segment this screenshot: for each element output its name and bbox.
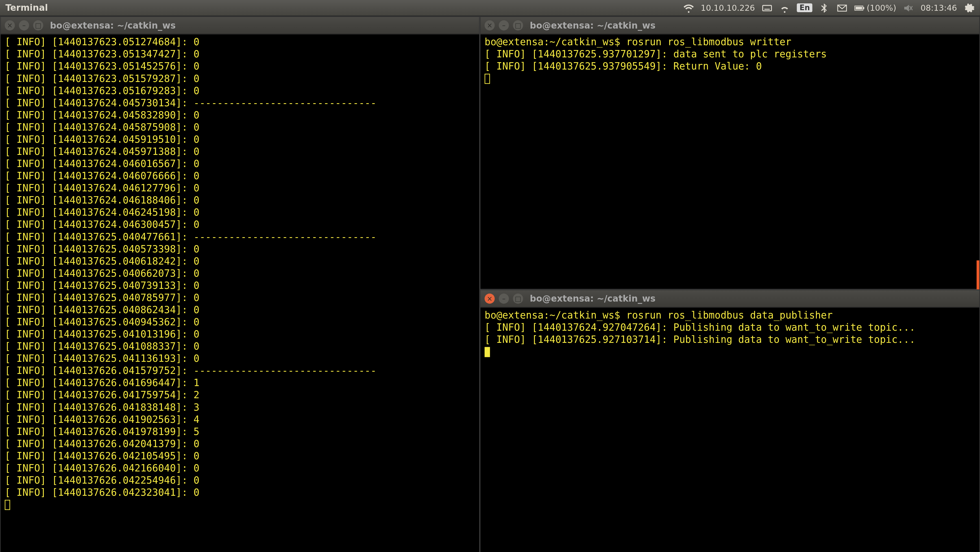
language-indicator[interactable]: En (797, 3, 813, 12)
window-titlebar[interactable]: × – □ bo@extensa: ~/catkin_ws (480, 290, 979, 308)
terminal-window-botright[interactable]: × – □ bo@extensa: ~/catkin_ws bo@extensa… (480, 289, 980, 552)
minimize-icon[interactable]: – (499, 294, 509, 304)
window-title: bo@extensa: ~/catkin_ws (530, 20, 655, 30)
window-title: bo@extensa: ~/catkin_ws (50, 20, 176, 30)
maximize-icon[interactable]: □ (513, 294, 523, 304)
volume-icon[interactable] (903, 2, 914, 13)
close-icon[interactable]: × (485, 294, 495, 304)
mail-icon[interactable] (837, 2, 848, 13)
ip-address: 10.10.10.226 (701, 3, 755, 13)
terminal-output[interactable]: bo@extensa:~/catkin_ws$ rosrun ros_libmo… (480, 308, 979, 552)
keyboard-icon[interactable] (762, 2, 772, 13)
active-app-title: Terminal (5, 3, 48, 13)
settings-gear-icon[interactable] (964, 2, 974, 13)
svg-rect-1 (765, 8, 770, 10)
svg-rect-5 (863, 7, 864, 9)
close-icon[interactable]: × (485, 20, 495, 30)
window-titlebar[interactable]: × – □ bo@extensa: ~/catkin_ws (0, 17, 479, 35)
system-tray: 10.10.10.226 En (100%) 08:13:46 (683, 2, 975, 13)
maximize-icon[interactable]: □ (513, 20, 523, 30)
terminal-output[interactable]: [ INFO] [1440137623.051274684]: 0 [ INFO… (0, 35, 479, 552)
close-icon[interactable]: × (5, 20, 15, 30)
window-title: bo@extensa: ~/catkin_ws (530, 294, 655, 304)
bluetooth-icon[interactable] (819, 2, 830, 13)
terminal-output[interactable]: bo@extensa:~/catkin_ws$ rosrun ros_libmo… (480, 35, 979, 289)
terminal-window-left[interactable]: × – □ bo@extensa: ~/catkin_ws [ INFO] [1… (0, 16, 480, 552)
maximize-icon[interactable]: □ (33, 20, 43, 30)
minimize-icon[interactable]: – (19, 20, 29, 30)
wifi-icon[interactable] (683, 2, 694, 13)
svg-rect-0 (763, 5, 772, 10)
window-edge-highlight (977, 260, 980, 294)
system-menubar: Terminal 10.10.10.226 En (100%) (0, 0, 980, 16)
network-icon[interactable] (779, 2, 790, 13)
clock[interactable]: 08:13:46 (920, 3, 957, 13)
svg-rect-4 (856, 6, 862, 10)
battery-icon[interactable]: (100%) (854, 2, 896, 13)
terminal-window-topright[interactable]: × – □ bo@extensa: ~/catkin_ws bo@extensa… (480, 16, 980, 289)
minimize-icon[interactable]: – (499, 20, 509, 30)
window-titlebar[interactable]: × – □ bo@extensa: ~/catkin_ws (480, 17, 979, 35)
